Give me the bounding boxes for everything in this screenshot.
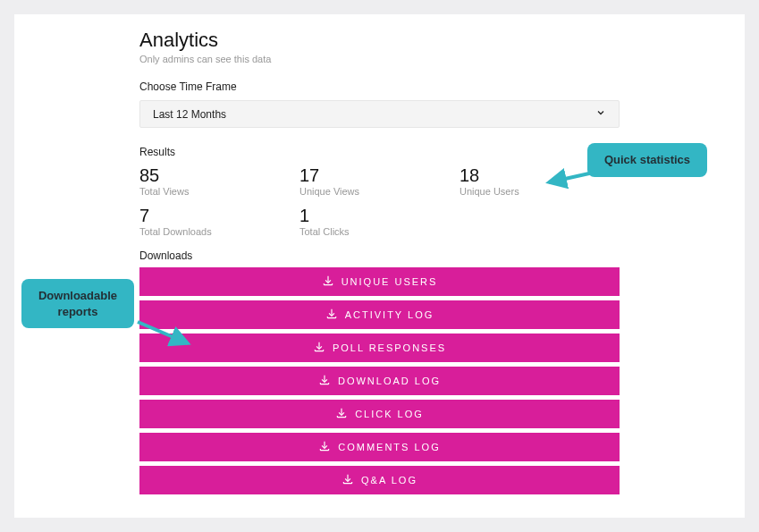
stat-value: 1 <box>299 206 460 226</box>
timeframe-label: Choose Time Frame <box>139 80 620 93</box>
callout-quick-statistics: Quick statistics <box>587 143 707 177</box>
download-icon <box>313 341 325 355</box>
stat-total-downloads: 7 Total Downloads <box>139 206 299 237</box>
download-poll-responses-button[interactable]: POLL RESPONSES <box>139 334 620 362</box>
page-title: Analytics <box>139 29 620 52</box>
page-subtitle: Only admins can see this data <box>139 54 620 64</box>
download-activity-log-button[interactable]: ACTIVITY LOG <box>139 300 620 329</box>
download-qa-log-button[interactable]: Q&A LOG <box>139 466 620 494</box>
download-icon <box>318 440 331 454</box>
stat-value: 7 <box>139 206 299 226</box>
download-download-log-button[interactable]: DOWNLOAD LOG <box>139 367 620 395</box>
downloads-label: Downloads <box>139 249 620 262</box>
stat-label: Total Downloads <box>139 226 299 237</box>
stat-total-clicks: 1 Total Clicks <box>299 206 460 237</box>
analytics-card: Analytics Only admins can see this data … <box>14 14 745 518</box>
download-icon <box>318 374 331 388</box>
download-icon <box>325 308 338 322</box>
timeframe-value: Last 12 Months <box>153 108 226 121</box>
stat-label: Unique Users <box>460 186 620 197</box>
button-label: UNIQUE USERS <box>342 276 438 287</box>
results-label: Results <box>139 146 620 158</box>
download-icon <box>322 274 334 289</box>
stat-label: Total Clicks <box>299 226 460 237</box>
button-label: DOWNLOAD LOG <box>338 376 441 386</box>
button-label: Q&A LOG <box>361 475 417 486</box>
download-comments-log-button[interactable]: COMMENTS LOG <box>139 433 620 461</box>
button-label: CLICK LOG <box>355 409 424 419</box>
download-icon <box>342 473 354 487</box>
stat-label: Unique Views <box>299 186 460 197</box>
stat-label: Total Views <box>139 186 299 197</box>
button-label: ACTIVITY LOG <box>345 309 434 320</box>
download-click-log-button[interactable]: CLICK LOG <box>139 400 620 428</box>
download-unique-users-button[interactable]: UNIQUE USERS <box>139 267 620 296</box>
stat-total-views: 85 Total Views <box>139 165 299 197</box>
stat-value: 17 <box>299 165 460 186</box>
stat-value: 85 <box>139 165 299 186</box>
timeframe-select[interactable]: Last 12 Months <box>139 100 620 128</box>
button-label: POLL RESPONSES <box>333 342 446 353</box>
button-label: COMMENTS LOG <box>338 442 440 452</box>
download-icon <box>335 407 348 421</box>
callout-downloadable-reports: Downloadable reports <box>21 279 134 328</box>
stat-unique-views: 17 Unique Views <box>299 165 460 197</box>
chevron-down-icon <box>595 107 606 121</box>
